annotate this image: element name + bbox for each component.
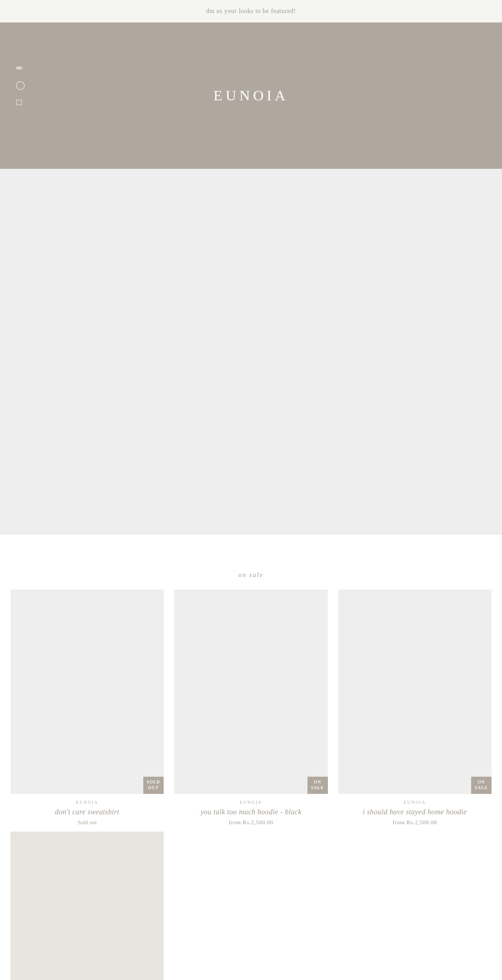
product-info: EUNOIA don't care sweatshirt Sold out — [10, 794, 164, 832]
product-info: EUNOIA i should have stayed home hoodie … — [338, 794, 492, 832]
nav-icons: ⚮ ◯ ◻ — [16, 64, 25, 106]
product-image: SOLDOUT — [10, 590, 164, 794]
announcement-bar: dm us your looks to be featured! — [0, 0, 502, 22]
product-vendor: EUNOIA — [344, 800, 486, 805]
empty-slot — [174, 832, 327, 980]
product-price: from Rs.2,500.00 — [179, 819, 322, 825]
product-title: don't care sweatshirt — [16, 808, 158, 816]
product-card[interactable]: EUNOIA i hate ur ex tee Rs.2,000.00 — [10, 832, 164, 980]
product-vendor: EUNOIA — [16, 800, 158, 805]
product-title: you talk too much hoodie - black — [179, 808, 322, 816]
hero-image — [0, 169, 502, 535]
product-vendor: EUNOIA — [179, 800, 322, 805]
hero-section: ⚮ ◯ ◻ EUNOIA — [0, 22, 502, 169]
product-card[interactable]: SOLDOUT EUNOIA don't care sweatshirt Sol… — [10, 590, 164, 832]
search-icon[interactable]: ⚮ — [16, 64, 25, 73]
empty-slot — [338, 832, 492, 980]
product-card[interactable]: ONSALE EUNOIA i should have stayed home … — [338, 590, 492, 832]
on-sale-section: on sale SOLDOUT EUNOIA don't care sweats… — [0, 535, 502, 980]
product-price: Sold out — [16, 819, 158, 825]
product-image — [10, 832, 164, 980]
site-logo[interactable]: EUNOIA — [213, 87, 288, 104]
announcement-text: dm us your looks to be featured! — [206, 7, 296, 15]
product-image: ONSALE — [338, 590, 492, 794]
on-sale-badge: ONSALE — [471, 777, 492, 794]
product-image: ONSALE — [174, 590, 327, 794]
on-sale-badge: ONSALE — [307, 777, 328, 794]
account-icon[interactable]: ◯ — [16, 81, 25, 89]
sold-out-badge: SOLDOUT — [143, 777, 164, 794]
product-price: from Rs.2,500.00 — [344, 819, 486, 825]
product-title: i should have stayed home hoodie — [344, 808, 486, 816]
products-grid-row2: EUNOIA i hate ur ex tee Rs.2,000.00 — [0, 832, 502, 980]
products-grid: SOLDOUT EUNOIA don't care sweatshirt Sol… — [0, 590, 502, 832]
product-info: EUNOIA you talk too much hoodie - black … — [174, 794, 327, 832]
product-card[interactable]: ONSALE EUNOIA you talk too much hoodie -… — [174, 590, 327, 832]
on-sale-label: on sale — [0, 571, 502, 579]
cart-icon[interactable]: ◻ — [16, 98, 25, 106]
